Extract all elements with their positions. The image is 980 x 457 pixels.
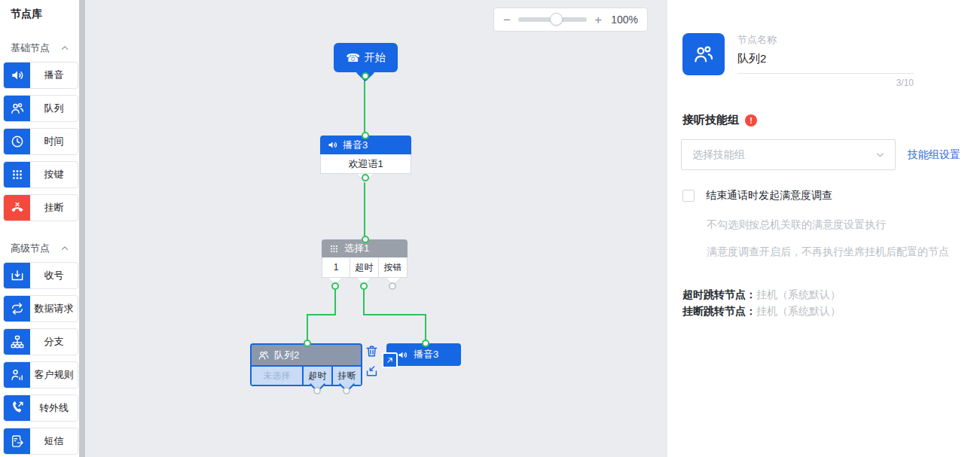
skill-group-row: 选择技能组 技能组设置 xyxy=(681,139,960,170)
node-settings-panel: 节点名称 3/10 接听技能组 ! 选择技能组 技能组设置 结束通话时发起满意度… xyxy=(667,0,980,457)
section-basic-nodes[interactable]: 基础节点 xyxy=(0,41,79,56)
sidebar-item-keypress[interactable]: 按键 xyxy=(3,161,78,188)
data-request-icon xyxy=(4,296,30,321)
flow-designer-app: 节点库 基础节点 播音 队列 时间 按键 挂断 xyxy=(0,0,980,457)
connector-port[interactable] xyxy=(422,340,429,347)
chevron-up-icon xyxy=(60,43,70,53)
sidebar-item-label: 收号 xyxy=(30,269,78,282)
timeout-jump-value: 挂机（系统默认） xyxy=(756,288,841,300)
timeout-jump-row: 超时跳转节点：挂机（系统默认） xyxy=(682,286,841,303)
connector-port[interactable] xyxy=(331,282,339,290)
connector-port[interactable] xyxy=(343,387,350,395)
connector-port[interactable] xyxy=(360,282,368,290)
sidebar-item-label: 数据请求 xyxy=(30,302,78,315)
node-library-title: 节点库 xyxy=(0,6,79,21)
node-start[interactable]: ☎ 开始 xyxy=(334,43,398,72)
edge-branch2-seg xyxy=(363,289,365,315)
connector-port[interactable] xyxy=(362,72,369,80)
branch-icon xyxy=(4,329,30,355)
sidebar-item-sms[interactable]: 短信 xyxy=(3,428,78,455)
node-queue-selected[interactable]: 队列2 未选择 超时 挂断 xyxy=(250,343,362,386)
edge-branch1-seg xyxy=(334,289,336,315)
transfer-out-icon xyxy=(4,395,30,421)
skill-group-settings-link[interactable]: 技能组设置 xyxy=(908,148,960,162)
survey-hint-2: 满意度调查开启后，不再执行坐席挂机后配置的节点 xyxy=(707,245,949,259)
speaker-icon xyxy=(4,62,30,88)
node-title: 选择1 xyxy=(344,242,369,255)
connector-port[interactable] xyxy=(389,282,396,290)
trash-icon[interactable] xyxy=(365,344,379,358)
save-import-icon[interactable] xyxy=(365,364,379,378)
timeout-jump-label: 超时跳转节点： xyxy=(682,288,756,300)
sidebar-item-queue[interactable]: 队列 xyxy=(3,95,78,122)
survey-checkbox[interactable] xyxy=(682,190,695,202)
edge-play-to-select xyxy=(364,178,365,239)
sidebar-item-collect-number[interactable]: 收号 xyxy=(3,262,78,289)
keypad-icon xyxy=(328,243,340,254)
node-name-label: 节点名称 xyxy=(737,33,914,47)
sidebar-scrollbar-thumb[interactable] xyxy=(79,0,85,457)
survey-checkbox-row: 结束通话时发起满意度调查 xyxy=(682,189,832,203)
jump-badge[interactable] xyxy=(382,352,398,368)
zoom-control: − + 100% xyxy=(493,8,648,32)
zoom-slider-handle[interactable] xyxy=(550,13,563,26)
node-select[interactable]: 选择1 1 超时 按错 xyxy=(322,239,408,278)
connector-port[interactable] xyxy=(313,387,321,395)
name-char-counter: 3/10 xyxy=(737,78,914,88)
sidebar-item-customer-rule[interactable]: 客户规则 xyxy=(3,361,78,388)
sidebar-item-branch[interactable]: 分支 xyxy=(3,328,78,355)
sidebar-item-label: 队列 xyxy=(30,102,78,115)
sidebar-item-time[interactable]: 时间 xyxy=(3,128,78,155)
collect-number-icon xyxy=(4,263,30,288)
connector-port[interactable] xyxy=(304,340,311,347)
queue-icon xyxy=(258,349,270,361)
node-title: 队列2 xyxy=(274,349,299,362)
sidebar-scrollbar-track xyxy=(79,0,85,457)
zoom-level-label: 100% xyxy=(611,14,638,26)
branch-cell-timeout[interactable]: 超时 xyxy=(350,257,378,278)
advanced-node-list: 收号 数据请求 分支 客户规则 转外线 短信 xyxy=(0,262,79,455)
flow-canvas[interactable]: − + 100% ☎ 开始 播音3 xyxy=(85,0,667,457)
keypad-icon xyxy=(4,162,30,187)
skill-group-select[interactable]: 选择技能组 xyxy=(681,139,896,170)
branch-cell-wrong-key[interactable]: 按错 xyxy=(378,257,408,278)
sidebar-item-label: 播音 xyxy=(30,69,78,82)
zoom-slider[interactable] xyxy=(518,17,587,22)
arrow-up-right-icon xyxy=(385,355,395,365)
hangup-jump-value: 挂机（系统默认） xyxy=(756,305,841,317)
sidebar-item-data-request[interactable]: 数据请求 xyxy=(3,295,78,322)
zoom-out-button[interactable]: − xyxy=(503,14,511,26)
section-basic-label: 基础节点 xyxy=(11,41,50,55)
sidebar-item-label: 按键 xyxy=(30,168,78,181)
queue-icon xyxy=(682,33,725,75)
queue-cell-unselected[interactable]: 未选择 xyxy=(252,365,302,385)
skill-group-label: 接听技能组 xyxy=(682,113,739,127)
chevron-down-icon xyxy=(875,149,886,160)
sms-icon xyxy=(4,428,30,454)
hangup-icon xyxy=(4,195,30,221)
sidebar-item-label: 挂断 xyxy=(30,201,78,215)
alert-badge-icon: ! xyxy=(745,114,757,126)
section-advanced-nodes[interactable]: 高级节点 xyxy=(0,241,79,256)
zoom-in-button[interactable]: + xyxy=(594,14,602,26)
branch-cell-1[interactable]: 1 xyxy=(322,257,350,278)
hangup-jump-row: 挂断跳转节点：挂机（系统默认） xyxy=(682,303,841,319)
edge-branch2-seg xyxy=(363,314,426,315)
node-play-welcome[interactable]: 播音3 欢迎语1 xyxy=(320,136,411,174)
node-name-input[interactable] xyxy=(737,53,914,74)
connector-port[interactable] xyxy=(362,174,369,181)
sidebar-item-play[interactable]: 播音 xyxy=(3,62,78,89)
phone-icon: ☎ xyxy=(346,52,360,63)
sidebar-item-label: 短信 xyxy=(30,434,78,448)
connector-port[interactable] xyxy=(362,236,369,243)
sidebar-item-transfer-out[interactable]: 转外线 xyxy=(3,395,78,422)
node-body-text: 欢迎语1 xyxy=(348,157,383,171)
basic-node-list: 播音 队列 时间 按键 挂断 xyxy=(0,62,79,221)
skill-group-section-title: 接听技能组 ! xyxy=(682,113,757,127)
sidebar-item-hangup[interactable]: 挂断 xyxy=(3,194,78,221)
section-advanced-label: 高级节点 xyxy=(11,242,50,255)
connector-port[interactable] xyxy=(362,132,369,139)
node-title: 播音3 xyxy=(343,139,368,152)
speaker-icon xyxy=(397,349,408,361)
chevron-up-icon xyxy=(60,243,70,254)
